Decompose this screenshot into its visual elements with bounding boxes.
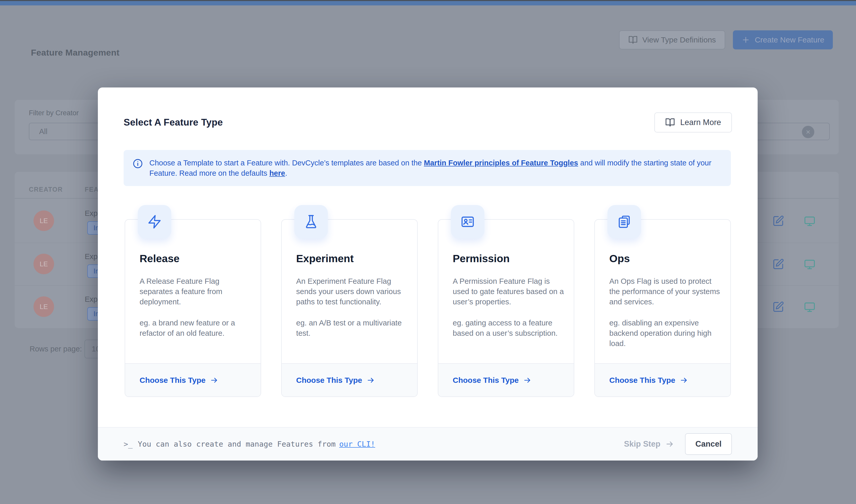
feature-type-cards: Release A Release Feature Flag separates… (125, 204, 731, 397)
choose-this-type-label: Choose This Type (296, 376, 362, 385)
id-card-icon (451, 205, 484, 238)
card-description: An Experiment Feature Flag sends your us… (296, 276, 408, 307)
choose-release-type-button[interactable]: Choose This Type (125, 363, 261, 396)
banner-text: Choose a Template to start a Feature wit… (149, 158, 721, 178)
permission-card[interactable]: Permission A Permission Feature Flag is … (438, 219, 574, 397)
banner-text-segment: . (285, 169, 287, 177)
cancel-label: Cancel (695, 439, 722, 449)
card-example: eg. gating access to a feature based on … (453, 318, 565, 338)
choose-experiment-type-button[interactable]: Choose This Type (282, 363, 417, 396)
arrow-right-icon (665, 440, 674, 448)
arrow-right-icon (523, 376, 532, 384)
documents-icon (607, 205, 641, 238)
banner-text-segment: Choose a Template to start a Feature wit… (149, 159, 424, 167)
cli-hint-text: You can also create and manage Features … (138, 440, 336, 448)
arrow-right-icon (210, 376, 218, 384)
card-description: An Ops Flag is used to protect the perfo… (609, 276, 722, 307)
choose-this-type-label: Choose This Type (140, 376, 206, 385)
our-cli-link[interactable]: our CLI! (339, 440, 375, 448)
card-example: eg. an A/B test or a multivariate test. (296, 318, 408, 338)
choose-ops-type-button[interactable]: Choose This Type (595, 363, 730, 396)
flask-icon (294, 205, 328, 238)
card-example: eg. disabling an expensive backend opera… (609, 318, 722, 348)
bolt-icon (138, 205, 171, 238)
terminal-prompt-icon: >_ (124, 440, 133, 448)
info-circle-icon (132, 158, 143, 169)
experiment-card[interactable]: Experiment An Experiment Feature Flag se… (281, 219, 418, 397)
choose-this-type-label: Choose This Type (453, 376, 519, 385)
cancel-button[interactable]: Cancel (685, 433, 732, 455)
card-example: eg. a brand new feature or a refactor of… (140, 318, 252, 338)
defaults-here-link[interactable]: here (269, 169, 285, 177)
choose-this-type-label: Choose This Type (609, 376, 675, 385)
arrow-right-icon (680, 376, 688, 384)
card-title: Release (140, 253, 252, 265)
card-title: Experiment (296, 253, 408, 265)
learn-more-button[interactable]: Learn More (654, 112, 732, 132)
choose-permission-type-button[interactable]: Choose This Type (438, 363, 574, 396)
template-info-banner: Choose a Template to start a Feature wit… (124, 150, 731, 186)
skip-step-button[interactable]: Skip Step (624, 439, 674, 449)
arrow-right-icon (367, 376, 375, 384)
learn-more-label: Learn More (680, 118, 721, 127)
release-card[interactable]: Release A Release Feature Flag separates… (125, 219, 261, 397)
cli-hint: >_ You can also create and manage Featur… (124, 440, 375, 448)
ops-card[interactable]: Ops An Ops Flag is used to protect the p… (594, 219, 731, 397)
card-description: A Release Feature Flag separates a featu… (140, 276, 252, 307)
skip-step-label: Skip Step (624, 439, 660, 449)
card-description: A Permission Feature Flag is used to gat… (453, 276, 565, 307)
book-open-icon (665, 118, 675, 127)
card-title: Permission (453, 253, 565, 265)
modal-title: Select A Feature Type (124, 117, 223, 128)
card-title: Ops (609, 253, 722, 265)
select-feature-type-modal: Select A Feature Type Learn More Choose … (98, 88, 758, 461)
modal-footer: >_ You can also create and manage Featur… (98, 427, 758, 461)
martin-fowler-link[interactable]: Martin Fowler principles of Feature Togg… (424, 159, 578, 167)
